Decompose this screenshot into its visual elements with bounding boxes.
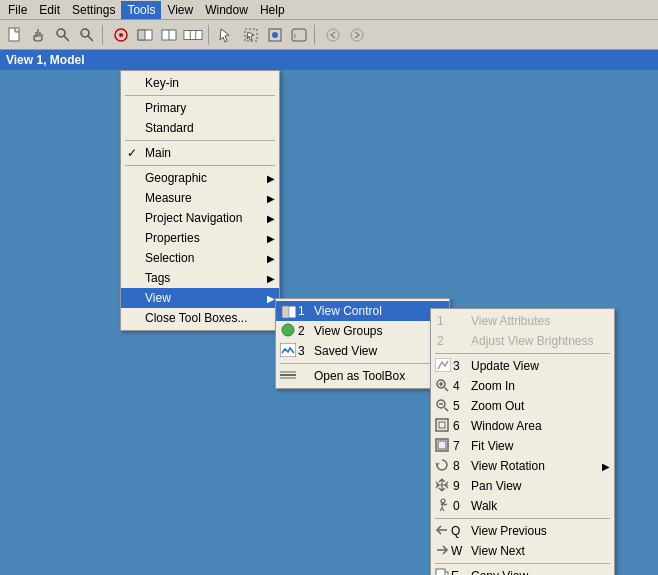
menu-properties[interactable]: Properties ▶ — [121, 228, 279, 248]
pan-view-item[interactable]: 9 Pan View — [431, 476, 614, 496]
keyin-label: Key-in — [145, 76, 179, 90]
menu-close-toolboxes[interactable]: Close Tool Boxes... — [121, 308, 279, 328]
zoom-out-num: 5 — [453, 399, 460, 413]
view-title-text: View 1, Model — [6, 53, 84, 67]
window-area-icon — [435, 418, 449, 435]
toolbar-view3-btn[interactable] — [182, 24, 204, 46]
adj-bright-num: 2 — [437, 334, 444, 348]
view-rotation-item[interactable]: 8 View Rotation ▶ — [431, 456, 614, 476]
menu-primary[interactable]: Primary — [121, 98, 279, 118]
toolbar-select-btn[interactable] — [216, 24, 238, 46]
menu-view-item[interactable]: View ▶ — [121, 288, 279, 308]
svg-point-21 — [351, 29, 363, 41]
menu-file[interactable]: File — [2, 1, 33, 19]
toolbar-view1-btn[interactable] — [134, 24, 156, 46]
project-nav-arrow: ▶ — [267, 213, 275, 224]
menu-project-nav[interactable]: Project Navigation ▶ — [121, 208, 279, 228]
menu-window[interactable]: Window — [199, 1, 254, 19]
menu-standard[interactable]: Standard — [121, 118, 279, 138]
zoom-out-item[interactable]: 5 Zoom Out — [431, 396, 614, 416]
saved-view-num: 3 — [298, 344, 305, 358]
menu-view[interactable]: View — [161, 1, 199, 19]
zoom-in-num: 4 — [453, 379, 460, 393]
window-area-num: 6 — [453, 419, 460, 433]
menu-tools[interactable]: Tools — [121, 1, 161, 19]
select-icon — [219, 27, 235, 43]
zoom-in-icon — [435, 378, 449, 395]
svg-rect-29 — [435, 358, 451, 372]
view-arrow: ▶ — [267, 293, 275, 304]
svg-point-20 — [327, 29, 339, 41]
view-next-label: View Next — [471, 544, 525, 558]
view-groups-icon — [280, 322, 296, 341]
copy-view-label: Copy View — [471, 569, 528, 575]
menu-keyin[interactable]: Key-in — [121, 73, 279, 93]
svg-rect-12 — [184, 30, 202, 39]
view-next-item[interactable]: W View Next — [431, 541, 614, 561]
svg-rect-40 — [438, 441, 446, 449]
toolbar-view2-btn[interactable] — [158, 24, 180, 46]
menu-measure[interactable]: Measure ▶ — [121, 188, 279, 208]
view-groups-item[interactable]: 2 View Groups ▶ — [276, 321, 449, 341]
update-view-item[interactable]: 3 Update View — [431, 356, 614, 376]
svg-rect-37 — [436, 419, 448, 431]
toolbar-sep-1 — [102, 25, 106, 45]
menu-tags[interactable]: Tags ▶ — [121, 268, 279, 288]
fit-view-item[interactable]: 7 Fit View — [431, 436, 614, 456]
window-area-label: Window Area — [471, 419, 542, 433]
copy-view-item[interactable]: E Copy View — [431, 566, 614, 575]
menu-main[interactable]: ✓ Main — [121, 143, 279, 163]
menubar: File Edit Settings Tools View Window Hel… — [0, 0, 658, 20]
svg-line-2 — [64, 36, 69, 41]
zoom-in-item[interactable]: 4 Zoom In — [431, 376, 614, 396]
menu-help[interactable]: Help — [254, 1, 291, 19]
view3-icon — [183, 27, 203, 43]
geographic-arrow: ▶ — [267, 173, 275, 184]
open-as-toolbox-view[interactable]: Open as ToolBox — [276, 366, 449, 386]
saved-view-item[interactable]: 3 Saved View ▶ — [276, 341, 449, 361]
view-groups-num: 2 — [298, 324, 305, 338]
toolbar-forward-btn[interactable] — [346, 24, 368, 46]
menu-settings[interactable]: Settings — [66, 1, 121, 19]
view-previous-item[interactable]: Q View Previous — [431, 521, 614, 541]
zoom-out-label: Zoom Out — [471, 399, 524, 413]
menu-geographic[interactable]: Geographic ▶ — [121, 168, 279, 188]
toolbar-new-btn[interactable] — [4, 24, 26, 46]
view-rotation-num: 8 — [453, 459, 460, 473]
walk-item[interactable]: 0 Walk — [431, 496, 614, 516]
menu-selection[interactable]: Selection ▶ — [121, 248, 279, 268]
toolbar-magnifier-btn[interactable] — [52, 24, 74, 46]
svg-line-35 — [445, 407, 449, 411]
svg-line-4 — [88, 36, 93, 41]
toolbar-hand-btn[interactable] — [28, 24, 50, 46]
main-viewport: Key-in Primary Standard ✓ Main Geographi… — [0, 70, 658, 575]
view-titlebar: View 1, Model — [0, 50, 658, 70]
menu-edit[interactable]: Edit — [33, 1, 66, 19]
svg-rect-23 — [282, 306, 289, 318]
toolbar-home-btn[interactable] — [110, 24, 132, 46]
window-area-item[interactable]: 6 Window Area — [431, 416, 614, 436]
toolbar-sep-3 — [314, 25, 318, 45]
zoom-out-icon — [435, 398, 449, 415]
toolbar-zoom-prev-btn[interactable]: - — [76, 24, 98, 46]
svg-rect-0 — [9, 28, 19, 41]
saved-view-icon — [280, 343, 296, 360]
view-next-key: W — [451, 544, 462, 558]
project-nav-label: Project Navigation — [145, 211, 242, 225]
close-toolboxes-label: Close Tool Boxes... — [145, 311, 248, 325]
vc-sep-3 — [435, 563, 610, 564]
toolbar-back-btn[interactable] — [322, 24, 344, 46]
toolbar-select2-btn[interactable] — [240, 24, 262, 46]
properties-label: Properties — [145, 231, 200, 245]
svg-text:i: i — [294, 31, 296, 40]
more-icon: i — [291, 27, 307, 43]
view-control-item[interactable]: 1 View Control ▶ — [276, 301, 449, 321]
toolbar-element-btn[interactable] — [264, 24, 286, 46]
view-next-icon — [435, 544, 449, 559]
toolbar-more-btn[interactable]: i — [288, 24, 310, 46]
view-prev-icon — [435, 524, 449, 539]
view-attributes-item: 1 View Attributes — [431, 311, 614, 331]
view-submenu-dropdown: 1 View Control ▶ 2 View Groups ▶ — [275, 298, 450, 389]
zoom-in-label: Zoom In — [471, 379, 515, 393]
main-checkmark: ✓ — [127, 146, 137, 160]
